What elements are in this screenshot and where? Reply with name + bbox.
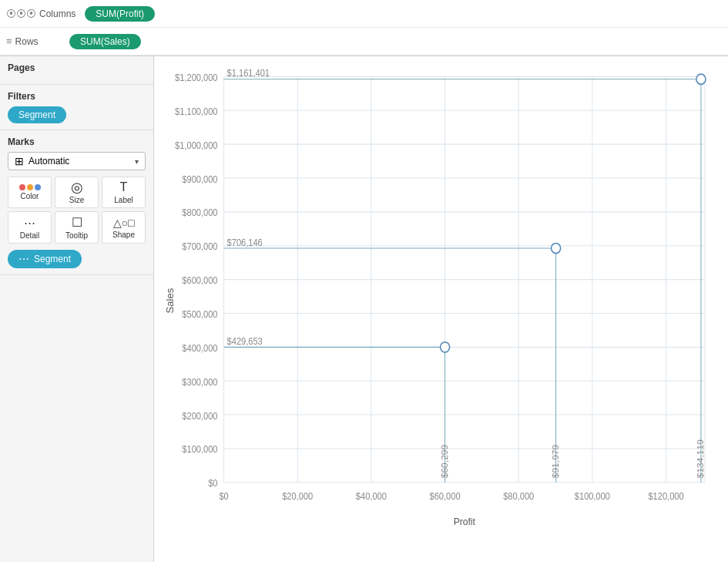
svg-text:$20,000: $20,000 xyxy=(282,491,313,500)
label-mark-button[interactable]: T Label xyxy=(102,177,146,208)
marks-type-icon: ⊞ xyxy=(15,155,24,167)
svg-text:$60,000: $60,000 xyxy=(430,491,461,500)
segment-mark-pill[interactable]: ⋯ Segment xyxy=(8,250,82,268)
detail-icon: ⋯ xyxy=(24,216,35,230)
shape-icon: △○□ xyxy=(113,217,135,229)
detail-mark-button[interactable]: ⋯ Detail xyxy=(8,211,52,244)
color-icon xyxy=(19,184,41,190)
pages-section: Pages xyxy=(0,56,153,85)
tooltip-label: Tooltip xyxy=(65,231,88,240)
tooltip-icon: ☐ xyxy=(72,215,82,230)
chart-area: $1,200,000 $1,100,000 $1,000,000 $900,00… xyxy=(154,56,728,562)
droplines-point2 xyxy=(224,248,556,483)
segment-dots-icon: ⋯ xyxy=(18,253,29,265)
svg-text:$600,000: $600,000 xyxy=(182,276,217,285)
svg-text:$1,100,000: $1,100,000 xyxy=(175,106,217,116)
svg-text:$800,000: $800,000 xyxy=(182,208,217,217)
filters-title: Filters xyxy=(8,91,146,102)
rows-label: ≡ Rows xyxy=(6,35,60,47)
data-point-1[interactable] xyxy=(441,342,450,352)
shape-label: Shape xyxy=(112,231,135,239)
rows-icon: ≡ xyxy=(6,35,12,47)
segment-pill-label: Segment xyxy=(34,254,71,264)
annotation-x-3: $134,119 xyxy=(696,439,704,478)
marks-title: Marks xyxy=(8,136,146,147)
shelf-bar: ⦿⦿⦿ Columns SUM(Profit) ≡ Rows SUM(Sales… xyxy=(0,0,728,56)
marks-buttons-grid: Color ◎ Size T Label ⋯ Detail xyxy=(8,177,146,244)
grid-lines xyxy=(224,76,705,482)
size-mark-button[interactable]: ◎ Size xyxy=(55,177,99,208)
svg-text:$100,000: $100,000 xyxy=(575,491,610,500)
x-axis-title: Profit xyxy=(454,516,476,527)
droplines-point3 xyxy=(224,79,701,483)
annotation-y-1: $429,653 xyxy=(227,337,263,346)
annotation-y-3: $1,161,401 xyxy=(227,69,270,78)
columns-icon: ⦿⦿⦿ xyxy=(6,8,36,19)
columns-label: ⦿⦿⦿ Columns xyxy=(6,8,75,19)
svg-text:$400,000: $400,000 xyxy=(182,343,217,352)
svg-text:$900,000: $900,000 xyxy=(182,174,217,183)
label-label: Label xyxy=(114,196,133,204)
marks-type-dropdown[interactable]: ⊞ Automatic ▾ xyxy=(8,152,146,170)
scatter-chart: $1,200,000 $1,100,000 $1,000,000 $900,00… xyxy=(162,64,713,554)
svg-text:$0: $0 xyxy=(208,479,217,488)
size-icon: ◎ xyxy=(71,180,83,194)
shape-mark-button[interactable]: △○□ Shape xyxy=(102,211,146,244)
svg-text:$200,000: $200,000 xyxy=(182,411,217,420)
sidebar: Pages Filters Segment Marks ⊞ Automatic … xyxy=(0,56,154,562)
color-label: Color xyxy=(21,192,39,200)
marks-type-label: Automatic xyxy=(29,156,69,167)
svg-text:$500,000: $500,000 xyxy=(182,310,217,319)
svg-text:$100,000: $100,000 xyxy=(182,445,217,454)
svg-text:$120,000: $120,000 xyxy=(648,491,683,500)
columns-pill[interactable]: SUM(Profit) xyxy=(85,6,155,22)
svg-text:$1,200,000: $1,200,000 xyxy=(175,73,217,82)
svg-text:$40,000: $40,000 xyxy=(356,491,387,500)
svg-text:$300,000: $300,000 xyxy=(182,377,217,386)
y-axis-title: Sales xyxy=(166,288,176,314)
data-point-3[interactable] xyxy=(696,74,706,84)
annotation-y-2: $706,146 xyxy=(227,237,263,247)
columns-shelf: ⦿⦿⦿ Columns SUM(Profit) xyxy=(0,0,728,28)
rows-shelf: ≡ Rows SUM(Sales) xyxy=(0,28,728,56)
data-point-2[interactable] xyxy=(552,243,561,253)
detail-label: Detail xyxy=(20,231,40,240)
chevron-down-icon: ▾ xyxy=(135,157,139,166)
filters-section: Filters Segment xyxy=(0,85,153,130)
y-axis: $1,200,000 $1,100,000 $1,000,000 $900,00… xyxy=(175,73,217,489)
chart-wrapper: $1,200,000 $1,100,000 $1,000,000 $900,00… xyxy=(162,64,713,554)
pages-title: Pages xyxy=(8,62,146,73)
marks-section: Marks ⊞ Automatic ▾ xyxy=(0,130,153,275)
main-area: Pages Filters Segment Marks ⊞ Automatic … xyxy=(0,56,728,562)
rows-pill[interactable]: SUM(Sales) xyxy=(69,34,141,49)
color-mark-button[interactable]: Color xyxy=(8,177,52,208)
svg-text:$80,000: $80,000 xyxy=(503,491,534,500)
annotation-x-2: $91,979 xyxy=(551,445,559,479)
filters-segment-pill[interactable]: Segment xyxy=(8,106,66,123)
x-axis: $0 $20,000 $40,000 $60,000 $80,000 $100,… xyxy=(219,491,683,500)
size-label: Size xyxy=(69,196,84,204)
svg-text:$1,000,000: $1,000,000 xyxy=(175,140,217,150)
annotation-x-1: $60,299 xyxy=(440,445,448,479)
label-icon: T xyxy=(120,180,128,194)
tooltip-mark-button[interactable]: ☐ Tooltip xyxy=(55,211,99,244)
svg-text:$700,000: $700,000 xyxy=(182,242,217,251)
svg-text:$0: $0 xyxy=(219,491,228,500)
